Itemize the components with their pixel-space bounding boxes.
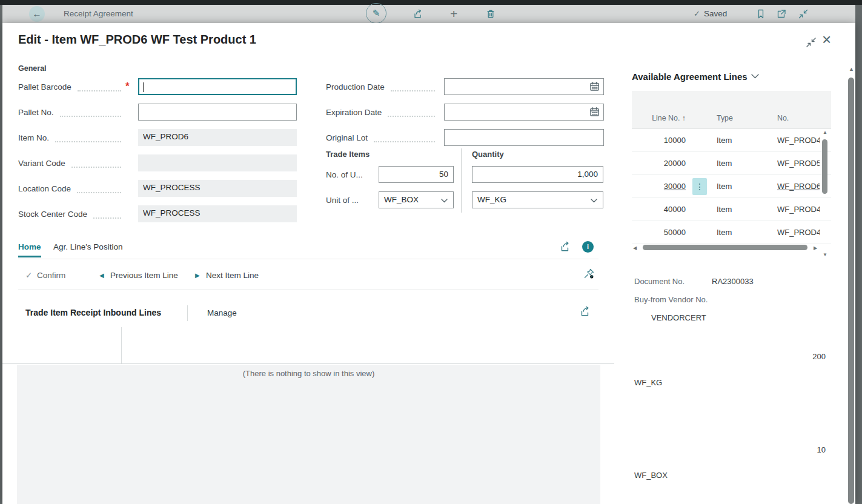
- calendar-icon[interactable]: [589, 107, 600, 117]
- agreement-line-row[interactable]: 10000 Item WF_PROD4: [632, 129, 831, 152]
- field-label-original-lot: Original Lot: [326, 129, 439, 146]
- share-icon[interactable]: [413, 8, 423, 19]
- share-icon[interactable]: [579, 305, 591, 317]
- manage-menu-button[interactable]: Manage: [207, 308, 237, 317]
- share-icon[interactable]: [559, 240, 571, 253]
- general-section-label: General: [18, 64, 47, 73]
- agreement-lines-header: Line No. ↑ Type No.: [632, 91, 831, 129]
- required-marker: *: [125, 81, 130, 93]
- frozen-column-divider: [121, 327, 122, 364]
- next-item-line-button[interactable]: Next Item Line: [206, 267, 259, 285]
- table-scroll-down-icon[interactable]: ▼: [823, 252, 827, 257]
- quantity-uom-value: WF_KG: [477, 195, 506, 204]
- cell-type: Item: [717, 175, 765, 198]
- quantity-uom-select[interactable]: WF_KG: [472, 191, 603, 208]
- close-dialog-icon[interactable]: ×: [822, 30, 831, 49]
- table-horizontal-scrollbar[interactable]: [643, 245, 807, 250]
- pencil-icon: ✎: [373, 8, 380, 18]
- info-icon[interactable]: i: [582, 241, 594, 253]
- col-no[interactable]: No.: [777, 114, 789, 122]
- cell-line-no[interactable]: 50000: [632, 221, 686, 244]
- quantity-input[interactable]: 1,000: [472, 166, 603, 183]
- page-vertical-scrollbar[interactable]: [848, 78, 854, 504]
- tabs-divider: [18, 259, 598, 259]
- production-date-input[interactable]: [444, 78, 604, 95]
- pallet-barcode-input[interactable]: [138, 78, 297, 95]
- no-of-units-input[interactable]: 50: [379, 166, 454, 183]
- cell-type: Item: [717, 129, 765, 152]
- col-type[interactable]: Type: [717, 114, 733, 122]
- field-label-variant-code: Variant Code: [18, 154, 125, 171]
- confirm-button[interactable]: Confirm: [37, 267, 65, 285]
- confirm-check-icon: ✓: [25, 267, 32, 285]
- table-scroll-up-icon[interactable]: ▲: [823, 130, 827, 135]
- cell-no: WF_PROD4: [777, 221, 820, 244]
- pallet-no-input[interactable]: [138, 104, 297, 121]
- bookmark-icon[interactable]: [755, 8, 766, 19]
- uom-base-value: WF_KG: [634, 378, 662, 387]
- edit-pencil-button[interactable]: ✎: [366, 3, 386, 24]
- active-tab-underline: [18, 256, 41, 257]
- cell-line-no-link[interactable]: 30000: [632, 175, 686, 198]
- agreement-line-row[interactable]: 20000 Item WF_PROD5: [632, 152, 831, 175]
- field-label-unit-of-measure: Unit of ...: [326, 191, 374, 208]
- previous-item-line-button[interactable]: Previous Item Line: [110, 267, 178, 285]
- document-no-value: RA2300033: [712, 277, 754, 286]
- variant-code-field: [138, 154, 297, 171]
- cell-type: Item: [717, 152, 765, 175]
- factbox-title[interactable]: Available Agreement Lines: [632, 71, 759, 82]
- field-label-no-of-units: No. of U...: [326, 166, 374, 183]
- table-vertical-scrollbar[interactable]: [822, 139, 827, 194]
- cell-no-link[interactable]: WF_PROD6: [777, 175, 820, 198]
- actions-divider: [18, 290, 598, 290]
- collapse-window-icon[interactable]: [798, 8, 809, 19]
- location-code-field: WF_PROCESS: [138, 180, 297, 197]
- units-value: 10: [765, 445, 826, 454]
- item-no-field: WF_PROD6: [138, 129, 297, 146]
- field-label-pallet-no: Pallet No.: [18, 104, 125, 121]
- new-plus-button[interactable]: +: [450, 5, 457, 23]
- trade-item-uom-value: WF_BOX: [384, 195, 419, 204]
- delete-trash-icon[interactable]: [485, 8, 496, 19]
- buy-from-vendor-label: Buy-from Vendor No.: [634, 295, 708, 304]
- table-scroll-right-icon[interactable]: ▶: [814, 245, 817, 251]
- calendar-icon[interactable]: [589, 81, 600, 91]
- field-label-pallet-barcode: Pallet Barcode: [18, 78, 125, 95]
- table-scroll-left-icon[interactable]: ◀: [633, 245, 637, 251]
- cell-line-no[interactable]: 10000: [632, 129, 686, 152]
- factbox-title-text: Available Agreement Lines: [632, 71, 748, 82]
- cell-line-no[interactable]: 20000: [632, 152, 686, 175]
- col-line-no[interactable]: Line No. ↑: [632, 114, 686, 122]
- page-scroll-up-icon[interactable]: ▲: [849, 66, 854, 72]
- original-lot-input[interactable]: [444, 129, 604, 146]
- cell-type: Item: [717, 221, 765, 244]
- tab-agr-lines-position[interactable]: Agr. Line's Position: [53, 242, 122, 251]
- unpin-icon[interactable]: [583, 268, 595, 280]
- cell-line-no[interactable]: 40000: [632, 198, 686, 221]
- minimize-dialog-icon[interactable]: [805, 36, 817, 48]
- expiration-date-input[interactable]: [444, 104, 604, 121]
- saved-check-icon: ✓: [694, 5, 700, 23]
- trade-item-uom-select[interactable]: WF_BOX: [379, 191, 454, 208]
- cell-no: WF_PROD4: [777, 198, 820, 221]
- field-label-expiration-date: Expiration Date: [326, 104, 439, 121]
- edit-item-dialog: Edit - Item WF_PROD6 WF Test Product 1 ×…: [2, 23, 855, 504]
- cell-type: Item: [717, 198, 765, 221]
- cell-no: WF_PROD5: [777, 152, 820, 175]
- agreement-line-row[interactable]: 50000 Item WF_PROD4: [632, 221, 831, 244]
- back-button[interactable]: ←: [29, 6, 45, 22]
- app-bar: ← Receipt Agreement ✎ + ✓ Saved: [2, 5, 855, 23]
- open-in-new-window-icon[interactable]: [776, 8, 787, 19]
- row-options-menu-icon[interactable]: ⋮: [692, 178, 707, 195]
- cell-no: WF_PROD4: [777, 129, 820, 152]
- agreement-line-row[interactable]: 40000 Item WF_PROD4: [632, 198, 831, 221]
- tab-home[interactable]: Home: [18, 242, 41, 251]
- quantity-group-label: Quantity: [472, 150, 504, 159]
- buy-from-vendor-value: VENDORCERT: [651, 313, 706, 322]
- window-top-strip: [0, 0, 862, 5]
- quantity-base-value: 200: [765, 352, 826, 361]
- agreement-line-row-selected[interactable]: 30000 ⋮ Item WF_PROD6: [632, 175, 831, 198]
- field-label-stock-center-code: Stock Center Code: [18, 205, 125, 222]
- agreement-lines-table: Line No. ↑ Type No. 10000 Item WF_PROD4 …: [632, 91, 831, 263]
- chevron-down-icon: [441, 199, 448, 203]
